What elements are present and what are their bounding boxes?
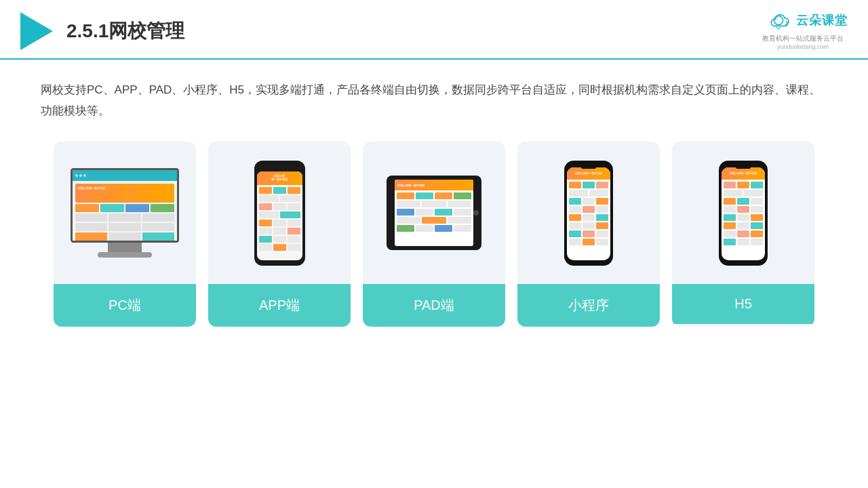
h5-card-image: 职通人的第一堂叶培训 (672, 142, 814, 284)
h5-card-label: H5 (672, 284, 814, 324)
app-card[interactable]: 职通人的第一堂叶培训 (208, 142, 351, 327)
app-card-label: APP端 (208, 284, 351, 327)
pad-card[interactable]: 职通人的第一堂叶培训 (363, 142, 505, 327)
pad-card-image: 职通人的第一堂叶培训 (363, 142, 505, 284)
pc-monitor-mockup: 职通人的第一堂叶培训 (67, 168, 182, 258)
platform-cards: 职通人的第一堂叶培训 (41, 142, 827, 327)
pc-card-label: PC端 (54, 284, 196, 327)
cloud-icon (758, 8, 792, 33)
app-phone-mockup: 职通人的第一堂叶培训 (254, 161, 305, 266)
cloud-logo: 云朵课堂 (758, 8, 848, 33)
brand-domain: yunduoketang.com (777, 43, 829, 50)
svg-point-0 (774, 16, 783, 24)
main-content: 网校支持PC、APP、PAD、小程序、H5，实现多端打通，产品各终端自由切换，数… (0, 60, 868, 340)
top-right-brand: 云朵课堂 教育机构一站式服务云平台 yunduoketang.com (758, 8, 848, 50)
h5-phone-mockup: 职通人的第一堂叶培训 (719, 161, 768, 266)
page-title: 2.5.1网校管理 (66, 18, 184, 44)
mini-card[interactable]: 职通人的第一堂叶培训 (517, 142, 660, 327)
brand-subtitle: 教育机构一站式服务云平台 (762, 34, 844, 43)
mini-phone-mockup: 职通人的第一堂叶培训 (564, 161, 613, 266)
pad-card-label: PAD端 (363, 284, 505, 327)
h5-card[interactable]: 职通人的第一堂叶培训 (672, 142, 814, 327)
logo-triangle-icon (20, 12, 53, 50)
pad-tablet-mockup: 职通人的第一堂叶培训 (387, 176, 481, 250)
app-card-image: 职通人的第一堂叶培训 (208, 142, 351, 284)
brand-name: 云朵课堂 (796, 12, 848, 28)
mini-card-label: 小程序 (517, 284, 660, 327)
page-header: 2.5.1网校管理 云朵课堂 教育机构一站式服务云平台 yunduoketang… (0, 0, 868, 60)
pc-card-image: 职通人的第一堂叶培训 (54, 142, 196, 284)
description-text: 网校支持PC、APP、PAD、小程序、H5，实现多端打通，产品各终端自由切换，数… (41, 80, 827, 121)
mini-card-image: 职通人的第一堂叶培训 (517, 142, 660, 284)
pc-card[interactable]: 职通人的第一堂叶培训 (54, 142, 196, 327)
